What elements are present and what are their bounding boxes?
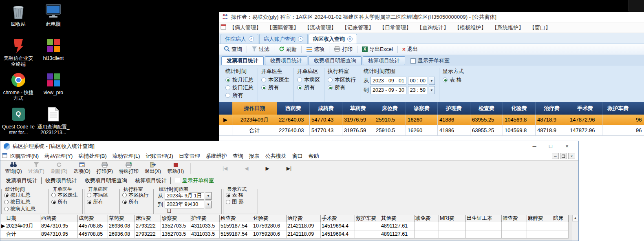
menu-item-query-stats[interactable]: 【查询统计】 (415, 23, 451, 32)
menu-item-reports[interactable]: 报表 (246, 152, 262, 160)
value-cell[interactable] (415, 222, 439, 230)
tab-inpatients[interactable]: 住院病人 × (221, 34, 258, 44)
column-header[interactable]: 护理费 (190, 215, 220, 222)
value-cell[interactable]: 63955.25 (470, 125, 503, 136)
row-label-cell[interactable]: 2023年09月 (232, 115, 277, 125)
value-cell[interactable]: 5159187.54 (220, 230, 252, 239)
radio-daily-summary[interactable]: 按日汇总 (4, 199, 44, 206)
radio-ward-doctor[interactable]: 本区医生 (261, 76, 289, 84)
column-header[interactable]: 其 (634, 102, 644, 115)
value-cell[interactable]: 104569.8 (503, 115, 536, 125)
value-cell[interactable]: 4311033.5 (190, 222, 220, 230)
radio-all-exec[interactable]: 所有 (328, 84, 356, 91)
column-header[interactable]: 西药费 (40, 215, 78, 222)
exit-button[interactable]: 退出(X) (141, 161, 164, 176)
table-row[interactable]: ▶2023年09月227640.0354770.4331976.5925910.… (219, 115, 644, 125)
menu-item-query[interactable]: 查询 (230, 152, 246, 160)
value-cell[interactable]: 1352703.5 (161, 222, 190, 230)
value-cell[interactable]: 96 (634, 115, 644, 125)
help-button[interactable]: 帮助(H) (164, 161, 187, 176)
show-ordering-dept-checkbox[interactable]: 显示开单科室 (175, 177, 214, 184)
column-header[interactable]: MRI费 (439, 215, 466, 222)
column-header[interactable]: 检查费 (220, 215, 252, 222)
value-cell[interactable]: 2793222 (135, 230, 161, 239)
desktop-icon-hi13client[interactable]: hi13client (36, 35, 71, 69)
value-cell[interactable]: 31976.59 (342, 125, 374, 136)
column-header[interactable]: 诊察费 (161, 215, 190, 222)
radio-all-wards[interactable]: 所有 (87, 199, 115, 206)
radio-all-exec[interactable]: 所有 (122, 199, 151, 206)
radio-daily-summary[interactable]: 按日汇总 (225, 84, 254, 91)
column-header[interactable]: 检查费 (470, 102, 503, 115)
desktop-icon-quest-code-tester[interactable]: Q Quest Code Tester for... (1, 104, 36, 138)
desktop-icon-query-config[interactable]: 通用查询配置_20231213... (36, 104, 71, 138)
show-ordering-dept-checkbox[interactable]: 显示开单科室 (410, 57, 450, 64)
minimize-button[interactable]: ─ (526, 142, 543, 151)
from-time-input[interactable]: 00 : 00 (408, 77, 427, 85)
value-cell[interactable]: 26936.08 (108, 230, 135, 239)
value-cell[interactable] (415, 230, 439, 239)
column-header[interactable]: 救护车费 (355, 215, 380, 222)
menu-item-daily[interactable]: 日常管理 (176, 152, 203, 160)
value-cell[interactable] (502, 222, 527, 230)
to-date-input[interactable]: 2023 - 09 - 30 (371, 86, 406, 94)
column-header[interactable]: 治疗费 (536, 102, 568, 115)
subtab-charge-item-stats[interactable]: 收费项目统计 (265, 56, 307, 65)
table-row[interactable]: ▶2023年09月8947310.95445708.8526936.082793… (0, 222, 572, 230)
dropdown-arrow-icon[interactable]: ▼ (205, 192, 212, 200)
value-cell[interactable]: 147872.96 (568, 115, 602, 125)
column-header[interactable]: 麻醉费 (527, 215, 552, 222)
menu-item-help[interactable]: 帮助 (306, 152, 322, 160)
tab-ward-income-query[interactable]: 病区收入查询 × (309, 34, 357, 44)
value-cell[interactable]: 227640.03 (277, 115, 310, 125)
value-cell[interactable]: 31976.59 (342, 115, 374, 125)
radio-all-doctors[interactable]: 所有 (51, 199, 80, 206)
radio-all-doctors[interactable]: 所有 (261, 84, 289, 91)
value-cell[interactable]: 54770.43 (310, 125, 342, 136)
value-cell[interactable]: 25910.5 (374, 125, 406, 136)
menu-item-patient[interactable]: 【病人管理】 (227, 23, 264, 32)
subtab-invoice-item-stats[interactable]: 发票项目统计 (221, 56, 264, 65)
column-header[interactable]: 西药费 (277, 102, 310, 115)
menu-item-flow[interactable]: 【流动管理】 (302, 23, 339, 32)
value-cell[interactable]: 41886 (438, 125, 470, 136)
value-cell[interactable]: 8947310.95 (40, 222, 78, 230)
value-cell[interactable]: 2793222 (135, 222, 161, 230)
dropdown-arrow-icon[interactable]: ▼ (429, 86, 435, 94)
value-cell[interactable]: 10759280.6 (252, 230, 287, 239)
column-header[interactable]: 草药费 (342, 102, 374, 115)
menu-item-orders[interactable]: 医嘱管理(N) (7, 152, 42, 160)
subtab-charge-item-detail-query[interactable]: 收费项目明细查询 (81, 177, 131, 184)
mdi-restore-button[interactable] (560, 153, 567, 159)
filter-button[interactable]: 过滤 (249, 45, 272, 54)
column-header[interactable]: 救护车费 (602, 102, 634, 115)
column-header[interactable]: 治疗费 (287, 215, 321, 222)
value-cell[interactable]: 147872.96 (568, 125, 602, 136)
query-button[interactable]: 查询(Q) (2, 161, 25, 176)
column-header[interactable]: 筛查费 (502, 215, 527, 222)
value-cell[interactable] (602, 115, 634, 125)
menu-item-drugs[interactable]: 药品管理(Y) (42, 152, 75, 160)
close-tab-icon[interactable]: × (249, 36, 254, 42)
value-cell[interactable] (527, 230, 552, 239)
value-cell[interactable]: 14519694.4 (321, 230, 355, 239)
subtab-accounting-item-stats[interactable]: 核算项目统计 (363, 56, 405, 65)
value-cell[interactable]: 48718.9 (536, 125, 568, 136)
column-header[interactable]: 护理费 (438, 102, 470, 115)
value-cell[interactable]: 2142118.09 (287, 222, 321, 230)
value-cell[interactable] (527, 222, 552, 230)
column-header[interactable]: 化验费 (252, 215, 287, 222)
value-cell[interactable]: 41886 (438, 115, 470, 125)
menu-item-template[interactable]: 【模板维护】 (452, 23, 489, 32)
column-header[interactable]: 化验费 (503, 102, 536, 115)
menu-item-system[interactable]: 【系统维护】 (490, 23, 526, 32)
value-cell[interactable] (355, 230, 380, 239)
value-cell[interactable]: 1352703.5 (161, 230, 190, 239)
value-cell[interactable] (602, 125, 634, 136)
value-cell[interactable]: 227640.03 (277, 125, 310, 136)
value-cell[interactable]: 104569.8 (503, 125, 536, 136)
options-button[interactable]: 选项 (304, 45, 327, 54)
value-cell[interactable] (466, 230, 502, 239)
value-cell[interactable]: 96 (634, 125, 644, 136)
radio-table-mode[interactable]: 表 格 (443, 76, 464, 84)
